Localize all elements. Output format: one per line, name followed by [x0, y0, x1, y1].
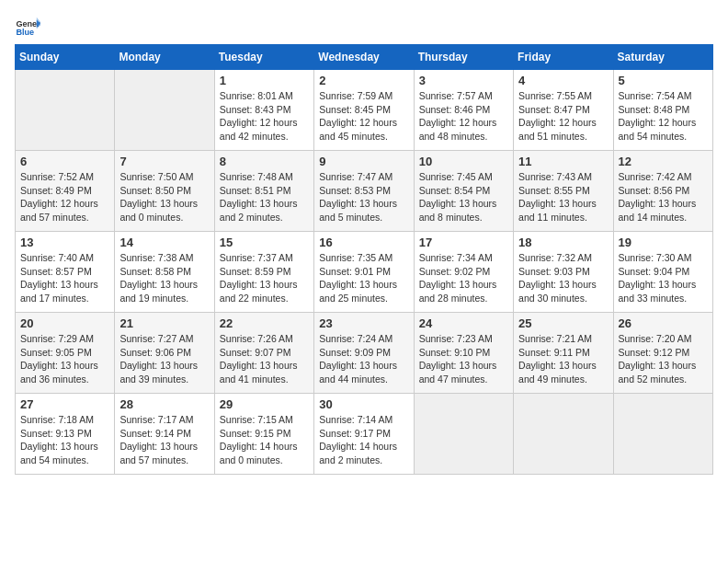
day-number: 26 — [619, 316, 708, 330]
day-info: Sunrise: 8:01 AM Sunset: 8:43 PM Dayligh… — [220, 89, 309, 144]
weekday-wednesday: Wednesday — [314, 45, 414, 70]
day-number: 20 — [20, 316, 109, 330]
day-cell: 7Sunrise: 7:50 AM Sunset: 8:50 PM Daylig… — [115, 151, 214, 232]
day-cell: 21Sunrise: 7:27 AM Sunset: 9:06 PM Dayli… — [115, 313, 214, 394]
day-cell — [514, 394, 613, 475]
day-cell: 22Sunrise: 7:26 AM Sunset: 9:07 PM Dayli… — [214, 313, 313, 394]
day-number: 7 — [119, 155, 209, 168]
day-info: Sunrise: 7:35 AM Sunset: 9:01 PM Dayligh… — [319, 251, 408, 305]
day-info: Sunrise: 7:47 AM Sunset: 8:53 PM Dayligh… — [319, 170, 408, 224]
day-cell: 13Sunrise: 7:40 AM Sunset: 8:57 PM Dayli… — [16, 232, 115, 313]
day-cell: 28Sunrise: 7:17 AM Sunset: 9:14 PM Dayli… — [115, 394, 214, 475]
day-number: 21 — [119, 316, 209, 330]
day-info: Sunrise: 7:29 AM Sunset: 9:05 PM Dayligh… — [20, 332, 109, 386]
day-number: 30 — [319, 397, 408, 411]
day-number: 18 — [518, 236, 608, 249]
week-row-3: 13Sunrise: 7:40 AM Sunset: 8:57 PM Dayli… — [16, 232, 713, 313]
day-number: 22 — [220, 316, 309, 330]
day-info: Sunrise: 7:43 AM Sunset: 8:55 PM Dayligh… — [518, 170, 608, 224]
day-info: Sunrise: 7:38 AM Sunset: 8:58 PM Dayligh… — [119, 251, 209, 305]
day-cell: 15Sunrise: 7:37 AM Sunset: 8:59 PM Dayli… — [214, 232, 313, 313]
weekday-monday: Monday — [115, 45, 214, 70]
day-info: Sunrise: 7:27 AM Sunset: 9:06 PM Dayligh… — [119, 332, 209, 386]
day-cell: 1Sunrise: 8:01 AM Sunset: 8:43 PM Daylig… — [214, 70, 313, 151]
day-number: 24 — [419, 316, 508, 330]
day-number: 6 — [20, 155, 109, 168]
day-info: Sunrise: 7:26 AM Sunset: 9:07 PM Dayligh… — [220, 332, 309, 386]
day-cell: 19Sunrise: 7:30 AM Sunset: 9:04 PM Dayli… — [613, 232, 712, 313]
weekday-thursday: Thursday — [414, 45, 513, 70]
day-number: 17 — [419, 236, 508, 249]
day-cell: 5Sunrise: 7:54 AM Sunset: 8:48 PM Daylig… — [613, 70, 712, 151]
day-number: 11 — [518, 155, 608, 168]
day-number: 2 — [319, 74, 408, 87]
day-number: 16 — [319, 236, 408, 249]
day-cell: 17Sunrise: 7:34 AM Sunset: 9:02 PM Dayli… — [414, 232, 513, 313]
day-info: Sunrise: 7:14 AM Sunset: 9:17 PM Dayligh… — [319, 413, 408, 467]
day-cell: 26Sunrise: 7:20 AM Sunset: 9:12 PM Dayli… — [613, 313, 712, 394]
day-info: Sunrise: 7:23 AM Sunset: 9:10 PM Dayligh… — [419, 332, 508, 386]
weekday-tuesday: Tuesday — [214, 45, 313, 70]
day-number: 19 — [619, 236, 708, 249]
day-number: 15 — [220, 236, 309, 249]
day-info: Sunrise: 7:15 AM Sunset: 9:15 PM Dayligh… — [220, 413, 309, 467]
header: General Blue — [15, 15, 713, 40]
day-info: Sunrise: 7:24 AM Sunset: 9:09 PM Dayligh… — [319, 332, 408, 386]
day-cell: 6Sunrise: 7:52 AM Sunset: 8:49 PM Daylig… — [16, 151, 115, 232]
day-info: Sunrise: 7:45 AM Sunset: 8:54 PM Dayligh… — [419, 170, 508, 224]
day-cell: 11Sunrise: 7:43 AM Sunset: 8:55 PM Dayli… — [514, 151, 613, 232]
weekday-header-row: SundayMondayTuesdayWednesdayThursdayFrid… — [16, 45, 713, 70]
day-cell: 25Sunrise: 7:21 AM Sunset: 9:11 PM Dayli… — [514, 313, 613, 394]
day-info: Sunrise: 7:55 AM Sunset: 8:47 PM Dayligh… — [518, 89, 608, 144]
day-info: Sunrise: 7:17 AM Sunset: 9:14 PM Dayligh… — [119, 413, 209, 467]
week-row-5: 27Sunrise: 7:18 AM Sunset: 9:13 PM Dayli… — [16, 394, 713, 475]
calendar: SundayMondayTuesdayWednesdayThursdayFrid… — [15, 44, 713, 475]
day-cell: 18Sunrise: 7:32 AM Sunset: 9:03 PM Dayli… — [514, 232, 613, 313]
day-info: Sunrise: 7:40 AM Sunset: 8:57 PM Dayligh… — [20, 251, 109, 305]
day-info: Sunrise: 7:54 AM Sunset: 8:48 PM Dayligh… — [619, 89, 708, 144]
day-number: 1 — [220, 74, 309, 87]
svg-text:Blue: Blue — [16, 28, 34, 37]
day-cell: 16Sunrise: 7:35 AM Sunset: 9:01 PM Dayli… — [314, 232, 414, 313]
day-number: 28 — [119, 397, 209, 411]
day-info: Sunrise: 7:52 AM Sunset: 8:49 PM Dayligh… — [20, 170, 109, 224]
day-cell: 4Sunrise: 7:55 AM Sunset: 8:47 PM Daylig… — [514, 70, 613, 151]
day-cell — [16, 70, 115, 151]
day-info: Sunrise: 7:18 AM Sunset: 9:13 PM Dayligh… — [20, 413, 109, 467]
day-cell — [414, 394, 513, 475]
day-info: Sunrise: 7:20 AM Sunset: 9:12 PM Dayligh… — [619, 332, 708, 386]
day-number: 25 — [518, 316, 608, 330]
day-cell: 20Sunrise: 7:29 AM Sunset: 9:05 PM Dayli… — [16, 313, 115, 394]
day-info: Sunrise: 7:37 AM Sunset: 8:59 PM Dayligh… — [220, 251, 309, 305]
day-cell: 27Sunrise: 7:18 AM Sunset: 9:13 PM Dayli… — [16, 394, 115, 475]
day-cell: 29Sunrise: 7:15 AM Sunset: 9:15 PM Dayli… — [214, 394, 313, 475]
day-number: 27 — [20, 397, 109, 411]
day-cell: 12Sunrise: 7:42 AM Sunset: 8:56 PM Dayli… — [613, 151, 712, 232]
day-info: Sunrise: 7:32 AM Sunset: 9:03 PM Dayligh… — [518, 251, 608, 305]
day-info: Sunrise: 7:57 AM Sunset: 8:46 PM Dayligh… — [419, 89, 508, 144]
week-row-2: 6Sunrise: 7:52 AM Sunset: 8:49 PM Daylig… — [16, 151, 713, 232]
day-cell — [613, 394, 712, 475]
day-cell: 24Sunrise: 7:23 AM Sunset: 9:10 PM Dayli… — [414, 313, 513, 394]
day-info: Sunrise: 7:59 AM Sunset: 8:45 PM Dayligh… — [319, 89, 408, 144]
day-cell: 8Sunrise: 7:48 AM Sunset: 8:51 PM Daylig… — [214, 151, 313, 232]
day-number: 10 — [419, 155, 508, 168]
day-info: Sunrise: 7:30 AM Sunset: 9:04 PM Dayligh… — [619, 251, 708, 305]
day-number: 13 — [20, 236, 109, 249]
day-number: 23 — [319, 316, 408, 330]
day-info: Sunrise: 7:42 AM Sunset: 8:56 PM Dayligh… — [619, 170, 708, 224]
week-row-1: 1Sunrise: 8:01 AM Sunset: 8:43 PM Daylig… — [16, 70, 713, 151]
day-number: 3 — [419, 74, 508, 87]
day-info: Sunrise: 7:21 AM Sunset: 9:11 PM Dayligh… — [518, 332, 608, 386]
day-number: 14 — [119, 236, 209, 249]
day-cell: 3Sunrise: 7:57 AM Sunset: 8:46 PM Daylig… — [414, 70, 513, 151]
day-number: 9 — [319, 155, 408, 168]
day-info: Sunrise: 7:48 AM Sunset: 8:51 PM Dayligh… — [220, 170, 309, 224]
weekday-friday: Friday — [514, 45, 613, 70]
weekday-saturday: Saturday — [613, 45, 712, 70]
weekday-sunday: Sunday — [16, 45, 115, 70]
day-cell: 10Sunrise: 7:45 AM Sunset: 8:54 PM Dayli… — [414, 151, 513, 232]
day-cell: 23Sunrise: 7:24 AM Sunset: 9:09 PM Dayli… — [314, 313, 414, 394]
day-number: 8 — [220, 155, 309, 168]
day-cell — [115, 70, 214, 151]
